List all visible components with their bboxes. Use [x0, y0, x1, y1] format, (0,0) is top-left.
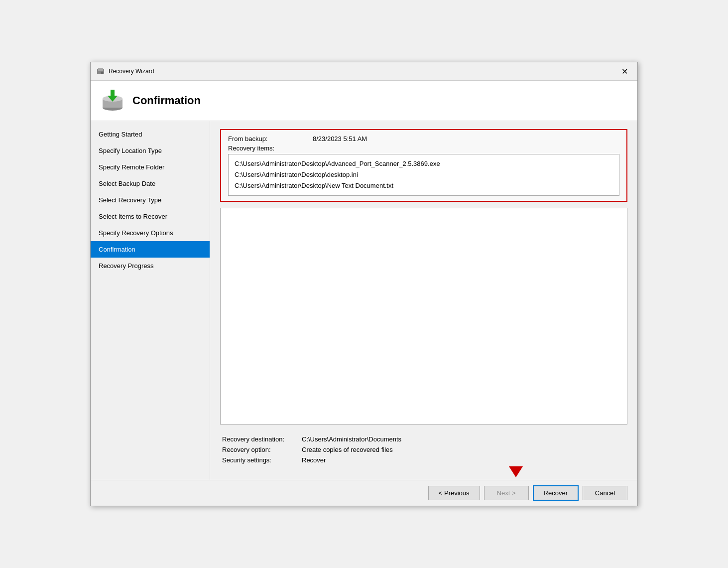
recovery-wizard-window: Recovery Wizard ✕ Confirmation Getting S… [90, 62, 638, 506]
arrow-indicator [509, 466, 523, 477]
recovery-option-row: Recovery option: Create copies of recove… [220, 446, 627, 453]
header-title: Confirmation [132, 94, 201, 107]
content-area: Getting Started Specify Location Type Sp… [91, 121, 637, 480]
recovery-destination-row: Recovery destination: C:\Users\Administr… [220, 435, 627, 443]
file-item-1: C:\Users\Administrator\Desktop\Advanced_… [235, 158, 613, 169]
sidebar-item-specify-remote-folder[interactable]: Specify Remote Folder [91, 159, 210, 175]
recovery-destination-label: Recovery destination: [222, 435, 302, 443]
security-settings-label: Security settings: [222, 456, 302, 464]
sidebar-item-select-recovery-type[interactable]: Select Recovery Type [91, 192, 210, 208]
security-settings-value: Recover [302, 456, 326, 464]
sidebar-item-recovery-progress[interactable]: Recovery Progress [91, 258, 210, 274]
recovery-items-label: Recovery items: [228, 144, 283, 152]
svg-rect-1 [98, 68, 103, 71]
recovery-option-label: Recovery option: [222, 446, 302, 453]
recovery-destination-value: C:\Users\Administrator\Documents [302, 435, 401, 443]
info-box: From backup: 8/23/2023 5:51 AM Recovery … [220, 129, 627, 202]
title-bar: Recovery Wizard ✕ [91, 62, 637, 81]
sidebar-item-getting-started[interactable]: Getting Started [91, 126, 210, 142]
main-panel: From backup: 8/23/2023 5:51 AM Recovery … [210, 121, 637, 480]
recover-button[interactable]: Recover [533, 485, 579, 501]
recovery-option-value: Create copies of recovered files [302, 446, 393, 453]
recovery-items-row: Recovery items: [228, 144, 619, 152]
large-empty-box [220, 208, 627, 425]
from-backup-row: From backup: 8/23/2023 5:51 AM [228, 135, 619, 142]
security-settings-row: Security settings: Recover [220, 456, 627, 464]
sidebar-item-select-items-to-recover[interactable]: Select Items to Recover [91, 208, 210, 225]
from-backup-label: From backup: [228, 135, 283, 142]
previous-button[interactable]: < Previous [428, 486, 480, 500]
window-title: Recovery Wizard [109, 68, 154, 75]
sidebar-item-specify-location-type[interactable]: Specify Location Type [91, 142, 210, 159]
arrow-down-icon [509, 466, 523, 477]
details-section: Recovery destination: C:\Users\Administr… [220, 430, 627, 472]
svg-point-2 [101, 72, 104, 74]
sidebar-item-confirmation[interactable]: Confirmation [91, 241, 210, 258]
files-box: C:\Users\Administrator\Desktop\Advanced_… [228, 154, 619, 196]
close-button[interactable]: ✕ [617, 66, 631, 76]
window-icon [97, 67, 105, 75]
header: Confirmation [91, 81, 637, 121]
from-backup-value: 8/23/2023 5:51 AM [313, 135, 367, 142]
footer: < Previous Next > Recover Cancel [91, 480, 637, 506]
cancel-button[interactable]: Cancel [583, 486, 627, 500]
sidebar-item-select-backup-date[interactable]: Select Backup Date [91, 175, 210, 192]
sidebar-item-specify-recovery-options[interactable]: Specify Recovery Options [91, 225, 210, 241]
file-item-2: C:\Users\Administrator\Desktop\desktop.i… [235, 169, 613, 180]
title-bar-left: Recovery Wizard [97, 67, 154, 75]
header-icon [101, 89, 124, 113]
next-button[interactable]: Next > [484, 486, 529, 500]
file-item-3: C:\Users\Administrator\Desktop\New Text … [235, 180, 613, 191]
sidebar: Getting Started Specify Location Type Sp… [91, 121, 210, 480]
